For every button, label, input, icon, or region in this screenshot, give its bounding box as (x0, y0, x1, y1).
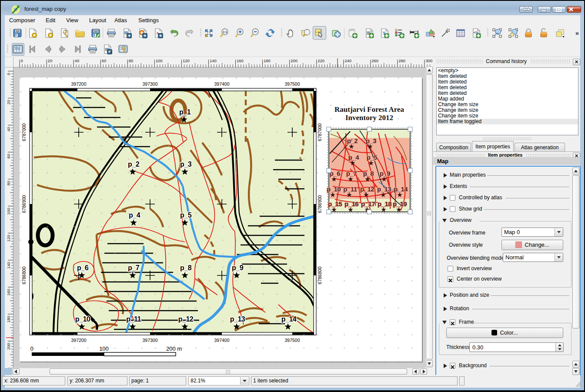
svg-text:p_16: p_16 (344, 200, 358, 208)
svg-text:80: 80 (6, 181, 11, 186)
svg-text:200: 200 (6, 343, 11, 350)
svg-text:p_14: p_14 (394, 185, 408, 193)
svg-text:p_4: p_4 (348, 154, 360, 161)
svg-text:200 m: 200 m (166, 345, 182, 352)
svg-text:p_19: p_19 (393, 200, 407, 208)
svg-text:Rautjarvi Forest Area: Rautjarvi Forest Area (334, 105, 404, 114)
svg-text:60: 60 (6, 154, 11, 159)
svg-text:300: 300 (425, 58, 432, 63)
svg-text:100: 100 (99, 345, 109, 352)
svg-text:p_2: p_2 (347, 137, 358, 144)
svg-text:p_8: p_8 (363, 170, 374, 177)
svg-text:180: 180 (264, 58, 271, 63)
svg-text:140: 140 (6, 262, 11, 269)
svg-text:220: 220 (318, 58, 324, 63)
svg-text:p_13: p_13 (377, 185, 391, 193)
svg-text:p_9: p_9 (380, 170, 391, 177)
svg-text:p_12: p_12 (360, 185, 374, 193)
svg-text:Inventory 2012: Inventory 2012 (345, 114, 393, 122)
svg-text:180: 180 (6, 316, 11, 323)
svg-text:p_15: p_15 (328, 200, 342, 208)
svg-text:p_5: p_5 (367, 154, 378, 161)
svg-text:280: 280 (398, 58, 405, 63)
svg-text:p_10: p_10 (327, 185, 341, 193)
svg-text:140: 140 (210, 58, 217, 63)
svg-text:60: 60 (102, 58, 107, 63)
svg-text:240: 240 (344, 58, 351, 63)
svg-text:p_11: p_11 (343, 185, 357, 193)
svg-text:p_7: p_7 (346, 170, 357, 177)
svg-text:0: 0 (6, 73, 11, 75)
svg-text:20: 20 (48, 58, 53, 63)
svg-text:40: 40 (75, 58, 80, 63)
svg-text:120: 120 (183, 58, 190, 63)
svg-text:100: 100 (156, 58, 163, 63)
svg-text:1:1: 1:1 (223, 30, 227, 34)
svg-text:160: 160 (6, 289, 11, 296)
svg-text:100: 100 (6, 208, 11, 215)
svg-text:0: 0 (21, 58, 23, 63)
svg-text:p_18: p_18 (378, 200, 391, 208)
svg-text:0: 0 (30, 345, 33, 352)
svg-text:260: 260 (371, 58, 378, 63)
svg-text:80: 80 (129, 58, 134, 63)
svg-text:200: 200 (291, 58, 298, 63)
svg-text:20: 20 (6, 100, 11, 105)
svg-text:»: » (575, 29, 579, 37)
svg-text:160: 160 (237, 58, 244, 63)
svg-text:p_3: p_3 (366, 137, 377, 144)
svg-text:40: 40 (6, 127, 11, 132)
svg-text:120: 120 (6, 235, 11, 242)
svg-text:p_17: p_17 (361, 200, 375, 208)
